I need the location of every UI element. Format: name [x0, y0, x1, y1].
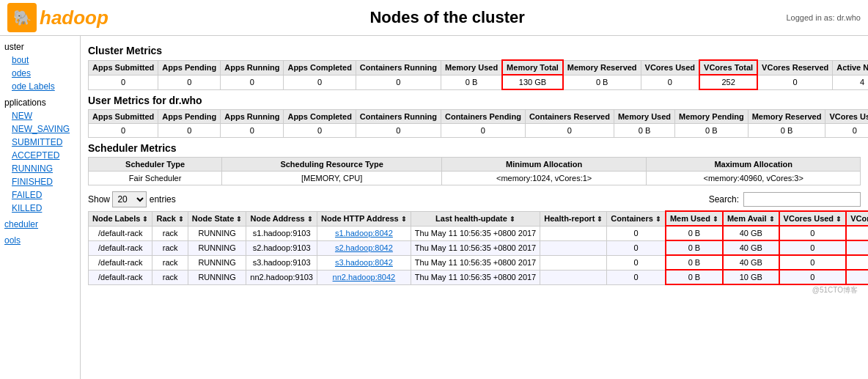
sidebar-item-killed[interactable]: KILLED [12, 202, 76, 215]
cluster-metrics-value-0: 0 [89, 75, 158, 89]
table-cell [540, 255, 607, 270]
table-cell: 0 [779, 255, 847, 270]
user-metrics-value-1: 0 [158, 124, 221, 138]
table-cell: 0 [607, 240, 666, 255]
nodes-header-0: Node Labels ⇕ [89, 211, 152, 226]
table-cell: 72 [846, 255, 868, 270]
table-cell: Thu May 11 10:56:35 +0800 2017 [411, 226, 540, 240]
user-metrics-table: Apps SubmittedApps PendingApps RunningAp… [88, 109, 868, 138]
sidebar: uster bout odes ode Labels pplications N… [0, 36, 81, 379]
table-cell[interactable]: s3.hadoop:8042 [317, 255, 411, 270]
table-cell[interactable]: nn2.hadoop:8042 [317, 270, 411, 284]
nodes-table: Node Labels ⇕Rack ⇕Node State ⇕Node Addr… [88, 210, 868, 285]
user-metrics-value-6: 0 [525, 124, 614, 138]
table-cell: rack [152, 240, 188, 255]
search-input[interactable] [743, 192, 861, 207]
table-cell: 72 [846, 240, 868, 255]
content-area: Cluster Metrics Apps SubmittedApps Pendi… [81, 36, 868, 379]
user-metrics-value-9: 0 B [748, 124, 825, 138]
table-cell: 40 GB [723, 255, 779, 270]
cluster-metrics-header-9: VCores Total [699, 60, 757, 75]
sidebar-section-scheduler: cheduler [4, 218, 76, 231]
nodes-header-8: Mem Used ⇕ [666, 211, 723, 226]
nodes-header-1: Rack ⇕ [152, 211, 188, 226]
sidebar-applications-header: pplications [4, 96, 76, 109]
cluster-metrics-value-3: 0 [284, 75, 356, 89]
cluster-metrics-value-10: 0 [757, 75, 833, 89]
cluster-metrics-value-6: 130 GB [502, 75, 563, 89]
scheduler-metrics-header-2: Minimum Allocation [441, 158, 646, 172]
nodes-header-11: VCores Avail ⇕ [846, 211, 868, 226]
show-entries-bar: Show 2050100 entries Search: [88, 191, 861, 207]
page-title: Nodes of the cluster [108, 8, 787, 27]
nodes-header-9: Mem Avail ⇕ [723, 211, 779, 226]
sidebar-item-scheduler[interactable]: cheduler [4, 218, 76, 231]
sidebar-item-nodes[interactable]: odes [12, 67, 76, 80]
user-metrics-value-0: 0 [89, 124, 158, 138]
cluster-metrics-header-6: Memory Total [502, 60, 563, 75]
cluster-metrics-title: Cluster Metrics [88, 45, 861, 56]
sidebar-item-accepted[interactable]: ACCEPTED [12, 149, 76, 162]
table-row: /default-rackrackRUNNINGs2.hadoop:9103s2… [89, 240, 869, 255]
sidebar-item-running[interactable]: RUNNING [12, 162, 76, 175]
user-metrics-value-7: 0 B [614, 124, 674, 138]
cluster-metrics-value-1: 0 [158, 75, 221, 89]
scheduler-metrics-table: Scheduler TypeScheduling Resource TypeMi… [88, 157, 861, 185]
sidebar-item-nodelabels[interactable]: ode Labels [12, 80, 76, 93]
sidebar-item-new[interactable]: NEW [12, 109, 76, 122]
sidebar-item-finished[interactable]: FINISHED [12, 175, 76, 188]
table-cell: 0 B [666, 226, 723, 240]
user-metrics-value-2: 0 [221, 124, 284, 138]
table-cell: 0 [607, 255, 666, 270]
scheduler-metrics-value-1: [MEMORY, CPU] [222, 172, 442, 185]
table-cell: s1.hadoop:9103 [246, 226, 317, 240]
table-cell: 0 [779, 226, 847, 240]
user-metrics-value-10: 0 [825, 124, 868, 138]
scheduler-metrics-value-2: <memory:1024, vCores:1> [441, 172, 646, 185]
user-metrics-header-3: Apps Completed [284, 110, 356, 124]
cluster-metrics-header-7: Memory Reserved [563, 60, 641, 75]
show-entries-left: Show 2050100 entries [88, 191, 176, 207]
sidebar-item-new-saving[interactable]: NEW_SAVING [12, 122, 76, 136]
cluster-metrics-header-11: Active Nodes [833, 60, 868, 75]
user-metrics-header-7: Memory Used [614, 110, 674, 124]
user-metrics-header-1: Apps Pending [158, 110, 221, 124]
sidebar-cluster-header: uster [4, 40, 76, 54]
login-info: Logged in as: dr.who [786, 13, 861, 22]
nodes-header-4: Node HTTP Address ⇕ [317, 211, 411, 226]
table-cell: 0 [607, 226, 666, 240]
cluster-metrics-value-4: 0 [356, 75, 441, 89]
sidebar-item-tools[interactable]: ools [4, 234, 76, 247]
table-cell: RUNNING [188, 270, 246, 284]
entries-suffix: entries [150, 194, 176, 205]
table-cell: 0 [607, 270, 666, 284]
table-cell: 0 [779, 240, 847, 255]
user-metrics-header-2: Apps Running [221, 110, 284, 124]
sidebar-item-submitted[interactable]: SUBMITTED [12, 136, 76, 149]
table-cell: RUNNING [188, 255, 246, 270]
table-cell: rack [152, 255, 188, 270]
entries-select[interactable]: 2050100 [112, 191, 147, 207]
table-cell[interactable]: s1.hadoop:8042 [317, 226, 411, 240]
table-cell[interactable]: s2.hadoop:8042 [317, 240, 411, 255]
table-cell: s2.hadoop:9103 [246, 240, 317, 255]
table-cell: rack [152, 226, 188, 240]
cluster-metrics-header-2: Apps Running [221, 60, 284, 75]
user-metrics-header-5: Containers Pending [441, 110, 525, 124]
table-cell: /default-rack [89, 270, 152, 284]
table-cell: 40 GB [723, 226, 779, 240]
table-cell: /default-rack [89, 240, 152, 255]
nodes-header-7: Containers ⇕ [607, 211, 666, 226]
user-metrics-title: User Metrics for dr.who [88, 95, 861, 106]
table-row: /default-rackrackRUNNINGs1.hadoop:9103s1… [89, 226, 869, 240]
table-cell: s3.hadoop:9103 [246, 255, 317, 270]
scheduler-metrics-header-1: Scheduling Resource Type [222, 158, 442, 172]
table-cell [540, 270, 607, 284]
user-metrics-header-0: Apps Submitted [89, 110, 158, 124]
nodes-header-3: Node Address ⇕ [246, 211, 317, 226]
user-metrics-header-4: Containers Running [356, 110, 441, 124]
nodes-header-2: Node State ⇕ [188, 211, 246, 226]
table-row: /default-rackrackRUNNINGs3.hadoop:9103s3… [89, 255, 869, 270]
sidebar-item-failed[interactable]: FAILED [12, 188, 76, 202]
sidebar-item-about[interactable]: bout [12, 54, 76, 67]
